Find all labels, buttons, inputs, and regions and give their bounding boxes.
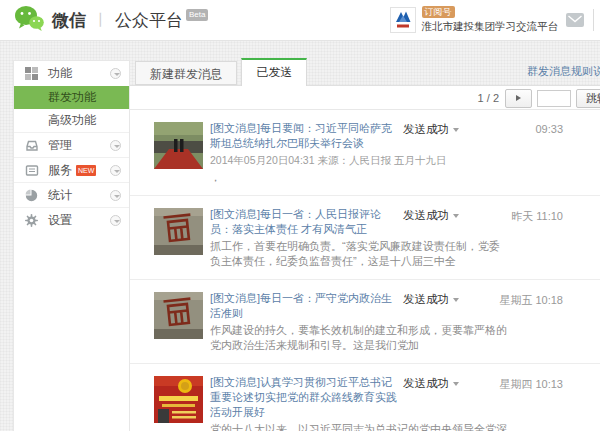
- status-dropdown-caret: [453, 128, 459, 135]
- message-title-link[interactable]: [图文消息]每日要闻：习近平同哈萨克斯坦总统纳扎尔巴耶夫举行会谈: [210, 121, 402, 151]
- sidebar-item-services[interactable]: 服务 NEW: [14, 157, 129, 182]
- archive-icon: [25, 163, 39, 177]
- sidebar-label: 功能: [48, 65, 72, 82]
- sent-messages-panel: 1 / 2 跳转: [130, 85, 600, 431]
- message-digest: ，: [210, 170, 510, 185]
- collapse-toggle-icon[interactable]: [110, 165, 121, 176]
- pagination: 1 / 2 跳转: [478, 88, 600, 108]
- sidebar-item-management[interactable]: 管理: [14, 132, 129, 157]
- message-time: 星期五 10:18: [499, 293, 563, 308]
- send-status-label: 发送成功: [403, 376, 449, 391]
- inbox-icon: [25, 138, 39, 152]
- account-info[interactable]: 订阅号 淮北市建投集团学习交流平台: [390, 6, 595, 34]
- thumbnail-red-poster[interactable]: [154, 376, 203, 423]
- brand-wechat: 微信: [52, 9, 86, 32]
- brand-divider: 丨: [93, 11, 108, 30]
- page-jump-button[interactable]: 跳转: [576, 89, 600, 108]
- page-indicator: 1 / 2: [478, 92, 499, 104]
- wechat-mp-admin: 微信 丨 公众平台 Beta 订阅号 淮北市建投集团学习交流平台: [0, 0, 600, 431]
- message-list-item[interactable]: [图文消息]每日一省：严守党内政治生活准则 作风建设的持久，要靠长效机制的建立和…: [130, 280, 600, 364]
- sidebar-item-features[interactable]: 功能: [14, 61, 129, 86]
- brand: 微信 丨 公众平台 Beta: [14, 5, 208, 35]
- new-feature-badge: NEW: [76, 165, 96, 176]
- tab-bar: 新建群发消息 已发送 群发消息规则说明: [130, 58, 600, 85]
- thumbnail-stone-inscription[interactable]: [154, 208, 203, 255]
- send-status-label: 发送成功: [403, 122, 449, 137]
- send-status-label: 发送成功: [403, 292, 449, 307]
- message-title-link[interactable]: [图文消息]每日一省：人民日报评论员：落实主体责任 才有风清气正: [210, 207, 402, 237]
- send-status-label: 发送成功: [403, 208, 449, 223]
- collapse-toggle-icon[interactable]: [110, 140, 121, 151]
- sidebar-item-mass-messaging[interactable]: 群发功能: [14, 86, 129, 109]
- header-divider: [593, 9, 594, 31]
- sidebar-label: 统计: [48, 187, 72, 204]
- gear-icon: [25, 213, 39, 227]
- collapse-toggle-icon[interactable]: [110, 68, 121, 79]
- status-dropdown-caret: [453, 382, 459, 389]
- status-dropdown-caret: [453, 298, 459, 305]
- next-page-icon: [516, 95, 524, 101]
- sidebar-label: 设置: [48, 212, 72, 229]
- message-digest: 作风建设的持久，要靠长效机制的建立和形成，更要靠严格的党内政治生活来规制和引导。…: [210, 323, 510, 353]
- message-time: 昨天 11:10: [511, 209, 563, 224]
- message-time: 星期四 10:13: [499, 377, 563, 392]
- thumbnail-ceremony-photo[interactable]: [154, 122, 203, 169]
- tab-sent[interactable]: 已发送: [241, 58, 307, 86]
- sidebar-item-settings[interactable]: 设置: [14, 207, 129, 232]
- pie-chart-icon: [25, 188, 39, 202]
- tab-new-mass-message[interactable]: 新建群发消息: [135, 61, 237, 85]
- sidebar-label: 服务: [48, 162, 72, 179]
- account-type-badge: 订阅号: [422, 6, 455, 18]
- thumbnail-stone-inscription[interactable]: [154, 292, 203, 339]
- message-list-item[interactable]: [图文消息]认真学习贯彻习近平总书记重要论述切实把党的群众路线教育实践活动开展好…: [130, 364, 600, 431]
- main-content: 新建群发消息 已发送 群发消息规则说明 1 / 2 跳转: [130, 41, 600, 431]
- grid-icon: [25, 67, 39, 81]
- message-list: [图文消息]每日要闻：习近平同哈萨克斯坦总统纳扎尔巴耶夫举行会谈 2014年05…: [130, 110, 600, 431]
- mass-message-rules-link[interactable]: 群发消息规则说明: [527, 64, 600, 79]
- beta-badge: Beta: [186, 9, 208, 21]
- sidebar: 功能 群发功能 高级功能 管理 服务: [13, 60, 130, 431]
- send-status-dropdown[interactable]: 发送成功: [403, 208, 459, 223]
- message-meta: 2014年05月20日04:31 来源：人民日报 五月十九日: [210, 153, 510, 168]
- top-header: 微信 丨 公众平台 Beta 订阅号 淮北市建投集团学习交流平台: [0, 0, 600, 41]
- brand-product: 公众平台: [115, 9, 183, 32]
- sidebar-label: 管理: [48, 137, 72, 154]
- message-list-item[interactable]: [图文消息]每日要闻：习近平同哈萨克斯坦总统纳扎尔巴耶夫举行会谈 2014年05…: [130, 110, 600, 196]
- account-name: 淮北市建投集团学习交流平台: [422, 20, 559, 34]
- account-avatar[interactable]: [390, 7, 416, 33]
- send-status-dropdown[interactable]: 发送成功: [403, 292, 459, 307]
- collapse-toggle-icon[interactable]: [110, 215, 121, 226]
- message-title-link[interactable]: [图文消息]认真学习贯彻习近平总书记重要论述切实把党的群众路线教育实践活动开展好: [210, 375, 402, 420]
- message-digest: 党的十八大以来，以习近平同志为总书记的党中央领导全党深入开展以为民务实清廉为主要…: [210, 422, 510, 431]
- status-dropdown-caret: [453, 214, 459, 221]
- next-page-button[interactable]: [505, 89, 532, 108]
- message-time: 09:33: [535, 123, 563, 135]
- message-body: [图文消息]每日要闻：习近平同哈萨克斯坦总统纳扎尔巴耶夫举行会谈 2014年05…: [210, 121, 564, 185]
- collapse-toggle-icon[interactable]: [110, 190, 121, 201]
- send-status-dropdown[interactable]: 发送成功: [403, 376, 459, 391]
- message-digest: 抓工作，首要在明确负责。“落实党风廉政建设责任制，党委负主体责任，纪委负监督责任…: [210, 239, 510, 269]
- page-jump-input[interactable]: [537, 90, 571, 107]
- sidebar-submenu: 群发功能 高级功能: [14, 86, 129, 132]
- account-text: 订阅号 淮北市建投集团学习交流平台: [422, 6, 559, 34]
- sidebar-item-advanced-features[interactable]: 高级功能: [14, 109, 129, 132]
- send-status-dropdown[interactable]: 发送成功: [403, 122, 459, 137]
- wechat-logo-icon: [14, 5, 44, 35]
- message-list-item[interactable]: [图文消息]每日一省：人民日报评论员：落实主体责任 才有风清气正 抓工作，首要在…: [130, 196, 600, 280]
- envelope-icon[interactable]: [566, 13, 584, 27]
- sidebar-item-statistics[interactable]: 统计: [14, 182, 129, 207]
- message-title-link[interactable]: [图文消息]每日一省：严守党内政治生活准则: [210, 291, 402, 321]
